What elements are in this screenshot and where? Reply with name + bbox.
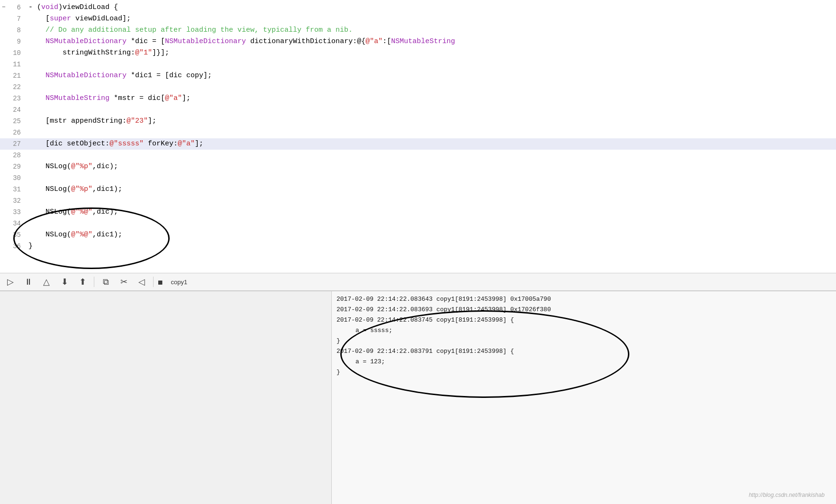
line-content-34: [27, 218, 836, 229]
code-line-10: 10 stringWithString:@"1"]}];: [0, 47, 836, 59]
line-number-27: 27: [8, 138, 27, 150]
line-content-11: [27, 59, 836, 70]
fold-marker-11: [0, 59, 8, 70]
line-number-9: 9: [8, 36, 27, 47]
fold-marker-24: [0, 104, 8, 116]
line-content-6[interactable]: - (void)viewDidLoad {: [27, 2, 836, 13]
line-content-33[interactable]: NSLog(@"%@",dic);: [27, 207, 836, 218]
line-content-32: [27, 195, 836, 207]
fold-marker-8: [0, 25, 8, 36]
line-number-25: 25: [8, 116, 27, 127]
fold-marker-33: [0, 207, 8, 218]
fold-marker-32: [0, 195, 8, 207]
debug-view-button[interactable]: ⧉: [99, 275, 112, 288]
fold-marker-25: [0, 116, 8, 127]
console-line-5: }: [332, 336, 836, 346]
console-line-6: 2017-02-09 22:14:22.083791 copy1[8191:24…: [332, 346, 836, 357]
fold-marker-30: [0, 172, 8, 184]
line-content-22: [27, 81, 836, 93]
code-line-33: 33 NSLog(@"%@",dic);: [0, 207, 836, 218]
scissor-button[interactable]: ✂: [117, 275, 130, 288]
line-number-8: 8: [8, 25, 27, 36]
code-line-36: 36 }: [0, 241, 836, 252]
console-line-3: 2017-02-09 22:14:22.083745 copy1[8191:24…: [332, 315, 836, 325]
code-line-29: 29 NSLog(@"%p",dic);: [0, 161, 836, 172]
line-number-6: 6: [8, 2, 27, 13]
code-line-9: 9 NSMutableDictionary *dic = [NSMutableD…: [0, 36, 836, 47]
location-button[interactable]: ◁: [135, 275, 148, 288]
code-line-21: 21 NSMutableDictionary *dic1 = [dic copy…: [0, 70, 836, 81]
fold-marker-9: [0, 36, 8, 47]
line-content-27[interactable]: [dic setObject:@"sssss" forKey:@"a"];: [27, 138, 836, 150]
code-line-23: 23 NSMutableString *mstr = dic[@"a"];: [0, 93, 836, 104]
toolbar-divider-1: [94, 277, 94, 287]
fold-marker-26: [0, 127, 8, 138]
line-number-23: 23: [8, 93, 27, 104]
project-name-label: copy1: [171, 279, 187, 286]
line-content-31[interactable]: NSLog(@"%p",dic1);: [27, 184, 836, 195]
line-content-9[interactable]: NSMutableDictionary *dic = [NSMutableDic…: [27, 36, 836, 47]
console-right: 2017-02-09 22:14:22.083643 copy1[8191:24…: [332, 291, 836, 504]
code-line-34: 34: [0, 218, 836, 229]
console-line-8: }: [332, 367, 836, 378]
step-over-button[interactable]: △: [40, 275, 53, 288]
line-content-21[interactable]: NSMutableDictionary *dic1 = [dic copy];: [27, 70, 836, 81]
code-line-28: 28: [0, 150, 836, 161]
line-number-28: 28: [8, 150, 27, 161]
code-line-6: − 6 - (void)viewDidLoad {: [0, 2, 836, 13]
fold-marker-36: [0, 241, 8, 252]
code-line-27: 27 [dic setObject:@"sssss" forKey:@"a"];: [0, 138, 836, 150]
step-into-button[interactable]: ⬇: [58, 275, 71, 288]
line-number-34: 34: [8, 218, 27, 229]
line-number-33: 33: [8, 207, 27, 218]
code-line-35: 35 NSLog(@"%@",dic1);: [0, 229, 836, 241]
line-number-26: 26: [8, 127, 27, 138]
line-content-29[interactable]: NSLog(@"%p",dic);: [27, 161, 836, 172]
continue-button[interactable]: ▷: [4, 275, 17, 288]
watermark: http://blog.csdn.net/frankishab: [749, 492, 825, 498]
pause-button[interactable]: ⏸: [22, 275, 35, 288]
code-line-25: 25 [mstr appendString:@"23"];: [0, 116, 836, 127]
line-number-10: 10: [8, 47, 27, 59]
main-container: − 6 - (void)viewDidLoad { 7 [super viewD…: [0, 0, 836, 504]
fold-marker-7: [0, 13, 8, 25]
step-out-button[interactable]: ⬆: [76, 275, 89, 288]
code-line-31: 31 NSLog(@"%p",dic1);: [0, 184, 836, 195]
line-content-24: [27, 104, 836, 116]
fold-marker-23: [0, 93, 8, 104]
code-line-26: 26: [0, 127, 836, 138]
line-content-7[interactable]: [super viewDidLoad];: [27, 13, 836, 25]
console-area: 2017-02-09 22:14:22.083643 copy1[8191:24…: [0, 291, 836, 504]
grid-icon: ▦: [158, 278, 162, 286]
line-content-10[interactable]: stringWithString:@"1"]}];: [27, 47, 836, 59]
fold-marker-27: [0, 138, 8, 150]
line-content-30: [27, 172, 836, 184]
code-line-11: 11: [0, 59, 836, 70]
line-content-28: [27, 150, 836, 161]
line-content-25[interactable]: [mstr appendString:@"23"];: [27, 116, 836, 127]
fold-marker-31: [0, 184, 8, 195]
line-number-31: 31: [8, 184, 27, 195]
console-left: [0, 291, 332, 504]
line-content-36[interactable]: }: [27, 241, 836, 252]
code-editor: − 6 - (void)viewDidLoad { 7 [super viewD…: [0, 0, 836, 273]
line-number-24: 24: [8, 104, 27, 116]
line-number-35: 35: [8, 229, 27, 241]
toolbar: ▷ ⏸ △ ⬇ ⬆ ⧉ ✂ ◁ ▦ copy1: [0, 273, 836, 291]
line-number-11: 11: [8, 59, 27, 70]
fold-marker-6: −: [0, 2, 8, 13]
fold-marker-22: [0, 81, 8, 93]
code-line-24: 24: [0, 104, 836, 116]
line-content-8[interactable]: // Do any additional setup after loading…: [27, 25, 836, 36]
fold-marker-34: [0, 218, 8, 229]
code-line-8: 8 // Do any additional setup after loadi…: [0, 25, 836, 36]
code-line-22: 22: [0, 81, 836, 93]
fold-marker-29: [0, 161, 8, 172]
line-content-35[interactable]: NSLog(@"%@",dic1);: [27, 229, 836, 241]
fold-marker-21: [0, 70, 8, 81]
line-number-7: 7: [8, 13, 27, 25]
line-number-32: 32: [8, 195, 27, 207]
line-content-23[interactable]: NSMutableString *mstr = dic[@"a"];: [27, 93, 836, 104]
fold-marker-35: [0, 229, 8, 241]
line-number-21: 21: [8, 70, 27, 81]
